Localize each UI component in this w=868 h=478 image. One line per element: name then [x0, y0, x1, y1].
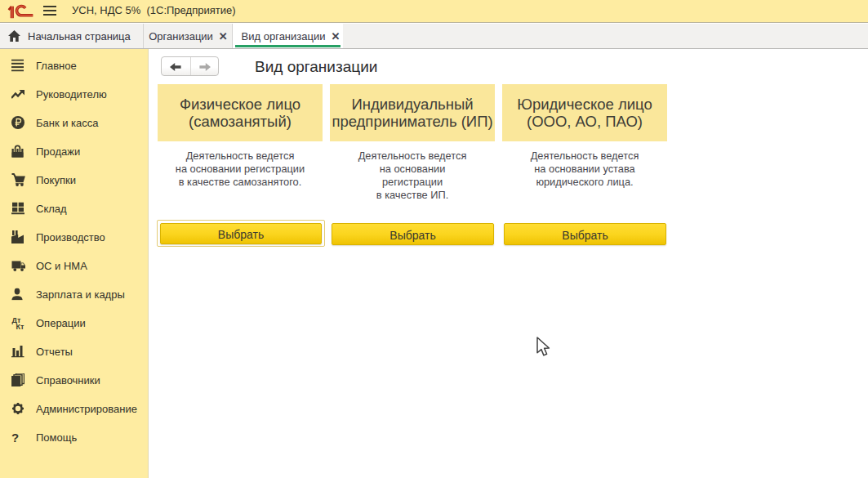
svg-text:?: ? — [11, 431, 19, 444]
svg-text:Кт: Кт — [16, 323, 24, 330]
